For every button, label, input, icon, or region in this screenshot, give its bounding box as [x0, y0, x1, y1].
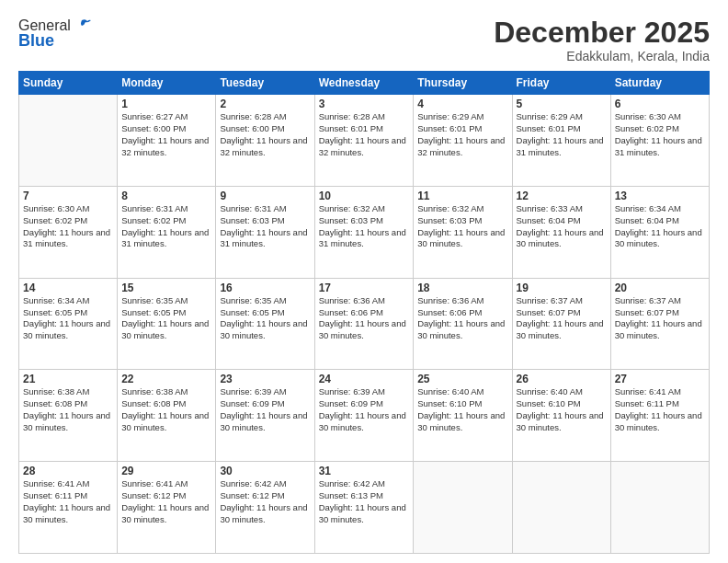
month-title: December 2025: [494, 17, 710, 49]
day-detail: Sunrise: 6:35 AMSunset: 6:05 PMDaylight:…: [121, 295, 211, 342]
calendar-cell: [610, 462, 709, 554]
day-number: 21: [23, 373, 113, 385]
day-number: 25: [417, 373, 507, 385]
day-number: 24: [319, 373, 410, 385]
calendar-week-row: 28Sunrise: 6:41 AMSunset: 6:11 PMDayligh…: [19, 462, 710, 554]
day-detail: Sunrise: 6:33 AMSunset: 6:04 PMDaylight:…: [517, 203, 607, 250]
day-detail: Sunrise: 6:30 AMSunset: 6:02 PMDaylight:…: [615, 111, 705, 158]
day-number: 1: [121, 98, 211, 110]
calendar-cell: 6Sunrise: 6:30 AMSunset: 6:02 PMDaylight…: [610, 95, 709, 187]
calendar-cell: 29Sunrise: 6:41 AMSunset: 6:12 PMDayligh…: [118, 462, 216, 554]
calendar-cell: 9Sunrise: 6:31 AMSunset: 6:03 PMDaylight…: [216, 186, 314, 278]
day-number: 8: [121, 190, 211, 202]
day-number: 14: [23, 282, 113, 294]
calendar-cell: 13Sunrise: 6:34 AMSunset: 6:04 PMDayligh…: [610, 186, 709, 278]
day-number: 28: [23, 465, 113, 477]
day-number: 9: [220, 190, 310, 202]
logo: General Blue: [18, 17, 91, 51]
day-number: 3: [319, 98, 410, 110]
calendar-week-row: 21Sunrise: 6:38 AMSunset: 6:08 PMDayligh…: [19, 370, 710, 462]
day-detail: Sunrise: 6:27 AMSunset: 6:00 PMDaylight:…: [121, 111, 211, 158]
calendar-cell: 11Sunrise: 6:32 AMSunset: 6:03 PMDayligh…: [414, 186, 512, 278]
calendar-cell: 15Sunrise: 6:35 AMSunset: 6:05 PMDayligh…: [118, 278, 216, 370]
calendar-table: SundayMondayTuesdayWednesdayThursdayFrid…: [18, 71, 710, 554]
weekday-header: Friday: [512, 72, 610, 95]
calendar-cell: 24Sunrise: 6:39 AMSunset: 6:09 PMDayligh…: [314, 370, 414, 462]
day-detail: Sunrise: 6:30 AMSunset: 6:02 PMDaylight:…: [23, 203, 113, 250]
calendar-cell: 19Sunrise: 6:37 AMSunset: 6:07 PMDayligh…: [512, 278, 610, 370]
calendar-cell: 8Sunrise: 6:31 AMSunset: 6:02 PMDaylight…: [118, 186, 216, 278]
calendar-cell: 25Sunrise: 6:40 AMSunset: 6:10 PMDayligh…: [414, 370, 512, 462]
day-number: 20: [615, 282, 705, 294]
day-detail: Sunrise: 6:32 AMSunset: 6:03 PMDaylight:…: [319, 203, 410, 250]
calendar-cell: 5Sunrise: 6:29 AMSunset: 6:01 PMDaylight…: [512, 95, 610, 187]
day-number: 2: [220, 98, 310, 110]
day-detail: Sunrise: 6:34 AMSunset: 6:05 PMDaylight:…: [23, 295, 113, 342]
calendar-cell: 10Sunrise: 6:32 AMSunset: 6:03 PMDayligh…: [314, 186, 414, 278]
calendar-cell: 3Sunrise: 6:28 AMSunset: 6:01 PMDaylight…: [314, 95, 414, 187]
calendar-cell: 22Sunrise: 6:38 AMSunset: 6:08 PMDayligh…: [118, 370, 216, 462]
day-detail: Sunrise: 6:35 AMSunset: 6:05 PMDaylight:…: [220, 295, 310, 342]
day-number: 19: [517, 282, 607, 294]
calendar-cell: [19, 95, 118, 187]
day-detail: Sunrise: 6:40 AMSunset: 6:10 PMDaylight:…: [417, 386, 507, 433]
day-number: 30: [220, 465, 310, 477]
calendar-cell: [512, 462, 610, 554]
calendar-cell: 26Sunrise: 6:40 AMSunset: 6:10 PMDayligh…: [512, 370, 610, 462]
logo-bird-icon: [73, 17, 91, 35]
calendar-cell: 14Sunrise: 6:34 AMSunset: 6:05 PMDayligh…: [19, 278, 118, 370]
day-detail: Sunrise: 6:39 AMSunset: 6:09 PMDaylight:…: [220, 386, 310, 433]
day-detail: Sunrise: 6:41 AMSunset: 6:12 PMDaylight:…: [121, 478, 211, 525]
day-number: 6: [615, 98, 705, 110]
day-number: 29: [121, 465, 211, 477]
day-number: 4: [417, 98, 507, 110]
day-detail: Sunrise: 6:31 AMSunset: 6:03 PMDaylight:…: [220, 203, 310, 250]
calendar-cell: 4Sunrise: 6:29 AMSunset: 6:01 PMDaylight…: [414, 95, 512, 187]
day-detail: Sunrise: 6:42 AMSunset: 6:12 PMDaylight:…: [220, 478, 310, 525]
day-number: 26: [517, 373, 607, 385]
calendar-cell: 18Sunrise: 6:36 AMSunset: 6:06 PMDayligh…: [414, 278, 512, 370]
day-detail: Sunrise: 6:38 AMSunset: 6:08 PMDaylight:…: [121, 386, 211, 433]
calendar-cell: [414, 462, 512, 554]
day-detail: Sunrise: 6:37 AMSunset: 6:07 PMDaylight:…: [517, 295, 607, 342]
title-section: December 2025 Edakkulam, Kerala, India: [494, 17, 710, 63]
calendar-cell: 21Sunrise: 6:38 AMSunset: 6:08 PMDayligh…: [19, 370, 118, 462]
calendar-week-row: 14Sunrise: 6:34 AMSunset: 6:05 PMDayligh…: [19, 278, 710, 370]
day-number: 11: [417, 190, 507, 202]
day-detail: Sunrise: 6:34 AMSunset: 6:04 PMDaylight:…: [615, 203, 705, 250]
day-detail: Sunrise: 6:29 AMSunset: 6:01 PMDaylight:…: [417, 111, 507, 158]
day-detail: Sunrise: 6:42 AMSunset: 6:13 PMDaylight:…: [319, 478, 410, 525]
calendar-cell: 30Sunrise: 6:42 AMSunset: 6:12 PMDayligh…: [216, 462, 314, 554]
day-detail: Sunrise: 6:39 AMSunset: 6:09 PMDaylight:…: [319, 386, 410, 433]
page: General Blue December 2025 Edakkulam, Ke…: [0, 0, 728, 563]
day-detail: Sunrise: 6:37 AMSunset: 6:07 PMDaylight:…: [615, 295, 705, 342]
day-number: 7: [23, 190, 113, 202]
weekday-header: Saturday: [610, 72, 709, 95]
weekday-header: Sunday: [19, 72, 118, 95]
calendar-cell: 12Sunrise: 6:33 AMSunset: 6:04 PMDayligh…: [512, 186, 610, 278]
calendar-cell: 28Sunrise: 6:41 AMSunset: 6:11 PMDayligh…: [19, 462, 118, 554]
calendar-header-row: SundayMondayTuesdayWednesdayThursdayFrid…: [19, 72, 710, 95]
day-number: 22: [121, 373, 211, 385]
day-number: 23: [220, 373, 310, 385]
day-detail: Sunrise: 6:29 AMSunset: 6:01 PMDaylight:…: [517, 111, 607, 158]
day-detail: Sunrise: 6:28 AMSunset: 6:00 PMDaylight:…: [220, 111, 310, 158]
day-number: 15: [121, 282, 211, 294]
day-number: 12: [517, 190, 607, 202]
weekday-header: Thursday: [414, 72, 512, 95]
day-detail: Sunrise: 6:36 AMSunset: 6:06 PMDaylight:…: [417, 295, 507, 342]
day-detail: Sunrise: 6:28 AMSunset: 6:01 PMDaylight:…: [319, 111, 410, 158]
day-number: 5: [517, 98, 607, 110]
calendar-cell: 2Sunrise: 6:28 AMSunset: 6:00 PMDaylight…: [216, 95, 314, 187]
day-number: 16: [220, 282, 310, 294]
calendar-cell: 23Sunrise: 6:39 AMSunset: 6:09 PMDayligh…: [216, 370, 314, 462]
weekday-header: Tuesday: [216, 72, 314, 95]
calendar-cell: 31Sunrise: 6:42 AMSunset: 6:13 PMDayligh…: [314, 462, 414, 554]
day-number: 31: [319, 465, 410, 477]
day-detail: Sunrise: 6:31 AMSunset: 6:02 PMDaylight:…: [121, 203, 211, 250]
day-number: 18: [417, 282, 507, 294]
calendar-week-row: 1Sunrise: 6:27 AMSunset: 6:00 PMDaylight…: [19, 95, 710, 187]
calendar-cell: 7Sunrise: 6:30 AMSunset: 6:02 PMDaylight…: [19, 186, 118, 278]
logo-blue-text: Blue: [18, 31, 54, 51]
calendar-cell: 16Sunrise: 6:35 AMSunset: 6:05 PMDayligh…: [216, 278, 314, 370]
